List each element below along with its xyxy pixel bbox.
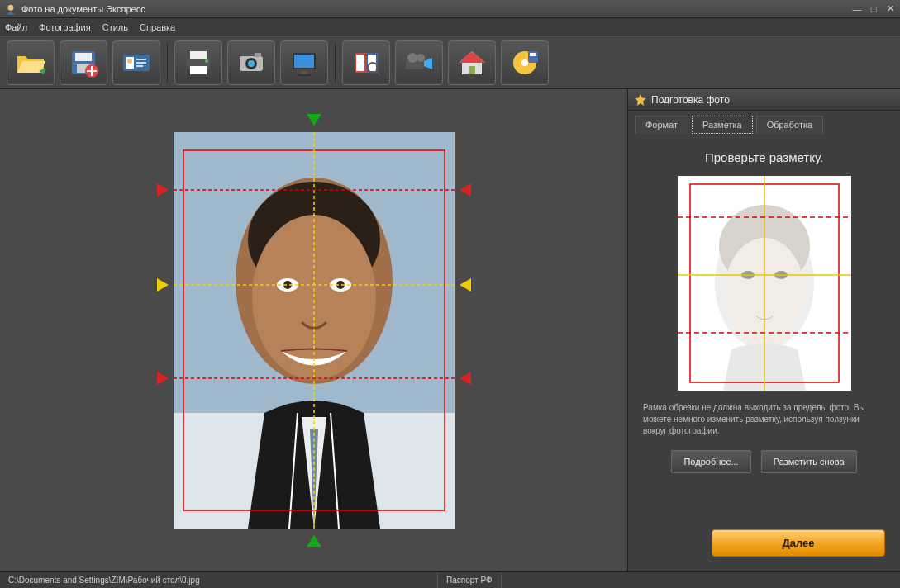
- status-path: C:\Documents and Settings\ZIM\Рабочий ст…: [0, 572, 438, 588]
- print-button[interactable]: [174, 40, 222, 85]
- status-format: Паспорт РФ: [438, 572, 502, 588]
- id-card-icon: [120, 46, 153, 79]
- open-button[interactable]: [7, 40, 55, 85]
- star-icon: [635, 94, 646, 106]
- statusbar: C:\Documents and Settings\ZIM\Рабочий ст…: [0, 571, 900, 588]
- svg-point-31: [521, 59, 528, 66]
- toolbar-separator: [167, 43, 168, 83]
- main-photo[interactable]: [174, 132, 455, 529]
- canvas-area: [0, 89, 627, 571]
- hint-text: Рамка обрезки не должна выходить за пред…: [643, 402, 885, 437]
- tab-markup[interactable]: Разметка: [692, 116, 753, 134]
- save-button[interactable]: [60, 40, 107, 85]
- camera-icon: [235, 46, 268, 79]
- toolbar-separator: [335, 43, 336, 83]
- maximize-icon[interactable]: □: [869, 4, 879, 14]
- menubar: Файл Фотография Стиль Справка: [0, 18, 900, 36]
- svg-rect-29: [469, 66, 475, 74]
- svg-point-17: [248, 60, 255, 67]
- home-button[interactable]: [448, 40, 496, 85]
- svg-point-14: [205, 59, 208, 63]
- printer-icon: [182, 46, 215, 79]
- svg-point-0: [8, 4, 14, 10]
- folder-open-icon: [14, 46, 47, 79]
- menu-photo[interactable]: Фотография: [39, 22, 91, 32]
- tab-format[interactable]: Формат: [635, 116, 688, 134]
- tab-processing[interactable]: Обработка: [756, 116, 823, 134]
- monitor-button[interactable]: [280, 40, 328, 85]
- window-title: Фото на документы Экспресс: [21, 4, 145, 14]
- reference-photo: [678, 176, 851, 391]
- video-button[interactable]: [395, 40, 443, 85]
- svg-rect-18: [255, 53, 261, 57]
- crop-overlay: [174, 132, 455, 529]
- svg-rect-13: [190, 66, 207, 74]
- svg-point-27: [407, 53, 417, 63]
- monitor-icon: [288, 46, 321, 79]
- svg-rect-9: [136, 62, 146, 64]
- id-card-button[interactable]: [112, 40, 160, 85]
- more-button[interactable]: Подробнее...: [671, 450, 750, 473]
- svg-rect-10: [136, 65, 143, 67]
- toolbar: [0, 36, 900, 89]
- minimize-icon[interactable]: —: [852, 4, 862, 14]
- close-icon[interactable]: ✕: [885, 4, 895, 14]
- side-panel: Подготовка фото Формат Разметка Обработк…: [627, 89, 900, 571]
- browse-button[interactable]: [342, 40, 390, 85]
- svg-point-28: [417, 54, 425, 62]
- check-title: Проверьте разметку.: [705, 150, 823, 164]
- svg-rect-21: [301, 71, 307, 74]
- menu-file[interactable]: Файл: [5, 22, 27, 32]
- disc-icon: [508, 46, 541, 79]
- menu-help[interactable]: Справка: [140, 22, 175, 32]
- svg-rect-33: [530, 53, 536, 56]
- svg-rect-20: [294, 55, 314, 68]
- menu-style[interactable]: Стиль: [102, 22, 128, 32]
- floppy-icon: [67, 46, 100, 79]
- titlebar: Фото на документы Экспресс — □ ✕: [0, 0, 900, 18]
- panel-title: Подготовка фото: [651, 94, 730, 106]
- video-camera-icon: [402, 46, 436, 79]
- app-icon: [5, 3, 17, 15]
- home-icon: [455, 46, 488, 79]
- tabs: Формат Разметка Обработка: [628, 111, 900, 134]
- svg-rect-12: [190, 51, 207, 59]
- panel-header: Подготовка фото: [628, 89, 900, 111]
- svg-rect-23: [356, 55, 364, 71]
- svg-rect-22: [298, 74, 311, 76]
- svg-point-7: [127, 59, 132, 64]
- svg-rect-2: [75, 53, 92, 61]
- svg-rect-8: [136, 59, 146, 60]
- disc-button[interactable]: [501, 40, 549, 85]
- camera-button[interactable]: [227, 40, 275, 85]
- book-search-icon: [350, 46, 383, 79]
- remark-button[interactable]: Разметить снова: [761, 450, 857, 473]
- next-button[interactable]: Далее: [712, 529, 885, 557]
